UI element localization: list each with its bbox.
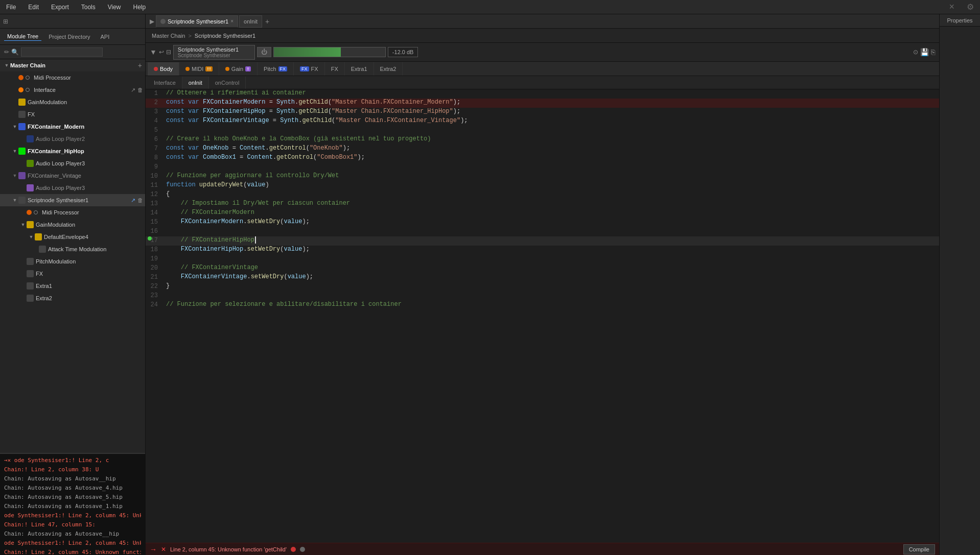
tree-item-audioplayer2[interactable]: Audio Loop Player2 🗑 xyxy=(0,133,145,145)
midi2-add-btn[interactable]: + xyxy=(140,209,143,215)
modern-add-btn[interactable]: + xyxy=(132,124,135,130)
fx2-add-btn[interactable]: + xyxy=(140,271,143,277)
modern-trash-btn[interactable]: 🗑 xyxy=(137,124,143,130)
gain2-add-btn[interactable]: + xyxy=(140,222,143,228)
pencil-icon[interactable]: ✏ xyxy=(4,49,9,56)
master-chain-add-btn[interactable]: + xyxy=(138,61,142,69)
tree-item-midi-processor2[interactable]: Midi Processor + xyxy=(0,206,145,219)
gain2-label: GainModulation xyxy=(36,222,140,228)
tree-item-gainmodulation[interactable]: GainModulation + xyxy=(0,96,145,108)
tree-item-midi-processor[interactable]: Midi Processor + xyxy=(0,71,145,84)
interface-link-btn[interactable]: ↗ xyxy=(131,87,135,93)
tree-item-audioplayer3[interactable]: Audio Loop Player3 🗑 xyxy=(0,157,145,170)
expand-none13 xyxy=(20,296,26,301)
extra1-add-btn[interactable]: + xyxy=(140,283,143,289)
menu-export[interactable]: Export xyxy=(49,3,71,12)
nav-tab-midi[interactable]: MIDI !!! xyxy=(179,62,219,76)
vintage-trash-btn[interactable]: 🗑 xyxy=(137,173,143,179)
nav-tab-fx2[interactable]: FX xyxy=(325,62,345,76)
gain-add-btn[interactable]: + xyxy=(140,99,143,105)
nav-tab-extra1[interactable]: Extra1 xyxy=(345,62,374,76)
audioplayer3-label: Audio Loop Player3 xyxy=(36,160,137,166)
tree-item-pitchmodulation[interactable]: PitchModulation + xyxy=(0,255,145,268)
tab-api[interactable]: API xyxy=(97,33,112,41)
volume-slider[interactable] xyxy=(273,47,386,57)
menu-tools[interactable]: Tools xyxy=(79,3,98,12)
right-header-icon[interactable]: ⊙ xyxy=(913,49,918,56)
vintage-add-btn[interactable]: + xyxy=(132,173,135,179)
panel-arrow-btn[interactable]: ▶ xyxy=(148,18,156,25)
tab-label-scriptnode: Scriptnode Synthesiser1 xyxy=(168,18,228,25)
tree-item-interface[interactable]: Interface ↗ 🗑 xyxy=(0,84,145,96)
synth-sub-text: Scriptnode Synthesiser xyxy=(178,53,250,58)
extra2-add-btn[interactable]: + xyxy=(140,295,143,301)
tree-item-fxcontainer-vintage[interactable]: ▼ FXContainer_Vintage + 🗑 xyxy=(0,170,145,182)
tab-close-scriptnode[interactable]: × xyxy=(230,18,234,24)
reload-icon[interactable]: ⊟ xyxy=(166,49,171,56)
tree-item-scriptnode-synth[interactable]: ▼ Scriptnode Synthesiser1 ↗ 🗑 xyxy=(0,194,145,206)
window-settings-icon[interactable]: ⚙ xyxy=(965,1,976,13)
tree-item-fx[interactable]: FX + xyxy=(0,108,145,120)
tree-item-fxcontainer-modern[interactable]: ▼ FXContainer_Modern + 🗑 xyxy=(0,120,145,133)
filter-icon[interactable]: ▼ xyxy=(150,48,157,56)
audioplayer2-trash-btn[interactable]: 🗑 xyxy=(137,136,143,142)
save-btn-icon[interactable]: 💾 xyxy=(920,48,929,56)
editor-tab-scriptnode[interactable]: Scriptnode Synthesiser1 × xyxy=(156,15,238,28)
editor-tab-oninit[interactable]: onInit xyxy=(239,15,262,28)
tree-item-gainmodulation2[interactable]: ▼ GainModulation + xyxy=(0,219,145,231)
console-line-10: Chain:! Line 2, column 45: Unknown funct… xyxy=(4,548,141,555)
window-close-icon[interactable]: × xyxy=(947,1,956,13)
menu-view[interactable]: View xyxy=(106,3,123,12)
compile-button[interactable]: Compile xyxy=(903,544,935,554)
code-editor[interactable]: 1 // Ottenere i riferimenti ai container… xyxy=(146,89,939,543)
nav-tab-extra2[interactable]: Extra2 xyxy=(374,62,403,76)
script-tab-interface[interactable]: Interface xyxy=(148,77,182,89)
expand-none7 xyxy=(20,185,26,190)
nav-tab-pitch[interactable]: Pitch FX xyxy=(258,62,294,76)
fx2-color-icon xyxy=(27,270,34,277)
midi-processor-dot-icon xyxy=(26,76,30,80)
menu-file[interactable]: File xyxy=(4,3,18,12)
pitch-add-btn[interactable]: + xyxy=(140,258,143,264)
audioplayer3-trash-btn[interactable]: 🗑 xyxy=(137,160,143,166)
nav-tab-fx[interactable]: FX FX xyxy=(294,62,325,76)
envelope-trash-btn[interactable]: 🗑 xyxy=(137,234,143,240)
power-button[interactable]: ⏻ xyxy=(257,47,271,57)
fx-add-btn[interactable]: + xyxy=(140,111,143,117)
tree-item-attack-time-modulation[interactable]: Attack Time Modulation + xyxy=(0,243,145,255)
search-input[interactable] xyxy=(21,47,103,57)
interface-trash-btn[interactable]: 🗑 xyxy=(137,87,143,93)
console-line-5: Chain: Autosaving as Autosave_1.hip xyxy=(4,502,141,511)
tree-item-audioplayer3b[interactable]: Audio Loop Player3 🗑 xyxy=(0,182,145,194)
nav-tab-body[interactable]: Body xyxy=(148,62,179,76)
tree-item-extra1[interactable]: Extra1 + xyxy=(0,280,145,292)
nav-tab-gain[interactable]: Gain !! xyxy=(219,62,258,76)
tab-project-directory[interactable]: Project Directory xyxy=(45,33,93,41)
expand-none12 xyxy=(20,283,26,288)
tree-item-fx2[interactable]: FX + xyxy=(0,268,145,280)
add-new-icon[interactable]: ⊞ xyxy=(3,18,8,25)
vintage-label: FXContainer_Vintage xyxy=(28,173,132,179)
midi-processor-add-btn[interactable]: + xyxy=(140,75,143,81)
tree-master-chain-header[interactable]: ▼ Master Chain + xyxy=(0,59,145,71)
tab-module-tree[interactable]: Module Tree xyxy=(4,32,41,41)
hiphop-add-btn[interactable]: + xyxy=(140,148,143,154)
tree-item-fxcontainer-hiphop[interactable]: ▼ FXContainer_HipHop + xyxy=(0,145,145,157)
synth-trash-btn[interactable]: 🗑 xyxy=(137,197,143,204)
audioplayer3b-trash-btn[interactable]: 🗑 xyxy=(137,185,143,191)
attack-add-btn[interactable]: + xyxy=(140,246,143,252)
menu-help[interactable]: Help xyxy=(131,3,148,12)
script-tab-oncontrol[interactable]: onControl xyxy=(209,77,246,89)
script-tab-oninit[interactable]: onInit xyxy=(182,77,209,89)
expand-icon: ▼ xyxy=(4,63,9,68)
tab-add-btn[interactable]: + xyxy=(265,17,269,26)
save-icon[interactable]: ↩ xyxy=(159,49,164,56)
synth-link-btn[interactable]: ↗ xyxy=(131,197,135,204)
menu-edit[interactable]: Edit xyxy=(26,3,41,12)
copy-btn-icon[interactable]: ⎘ xyxy=(931,48,935,56)
breadcrumb: Master Chain > Scriptnode Synthesiser1 xyxy=(146,29,939,43)
tree-item-defaultenvelope4[interactable]: ▼ DefaultEnvelope4 🗑 xyxy=(0,231,145,243)
code-line-20: 20 // FXContainerVintage xyxy=(146,264,939,273)
tree-item-extra2[interactable]: Extra2 + xyxy=(0,292,145,304)
modern-label: FXContainer_Modern xyxy=(28,124,132,130)
